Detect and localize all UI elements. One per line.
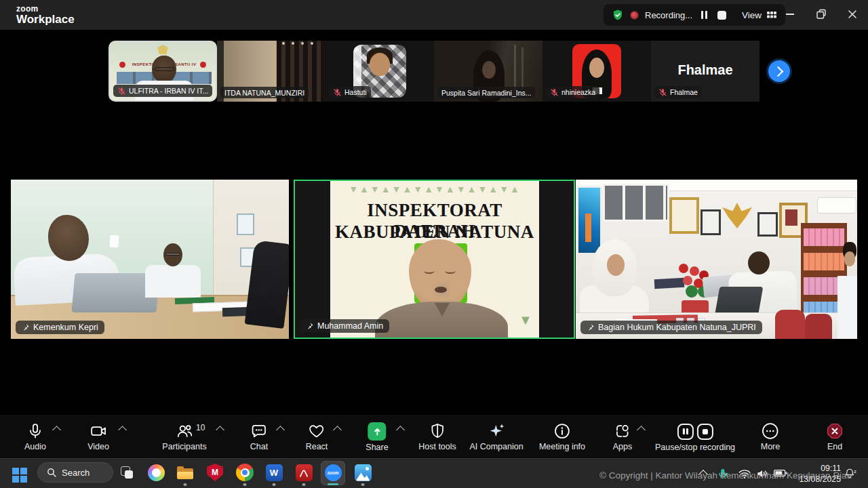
participant-name-label: Puspita Sari Ramadini_Ins... [437, 87, 535, 98]
camera-icon [90, 422, 107, 440]
workplace-logo: Workplace [16, 13, 75, 26]
share-screen-icon [368, 422, 386, 441]
pause-stop-recording-button[interactable]: Pause/stop recording [655, 422, 735, 452]
audio-menu-caret[interactable] [52, 426, 61, 434]
participants-menu-caret[interactable] [216, 426, 224, 434]
participant-name-label: Hastuti [329, 86, 371, 98]
closed-eye-right [445, 268, 456, 274]
running-indicator [184, 483, 187, 486]
minimize-button[interactable] [775, 0, 805, 28]
recording-pill: Recording... View [604, 4, 785, 26]
task-view-button[interactable] [117, 463, 136, 482]
apps-icon [614, 422, 631, 440]
video-button[interactable]: Video [87, 422, 109, 451]
ai-sparkle-icon [488, 422, 505, 440]
glasses [165, 253, 180, 256]
chat-menu-caret[interactable] [276, 426, 285, 434]
filmstrip-tile-puspita[interactable]: Puspita Sari Ramadini_Ins... [434, 41, 542, 102]
flower-bouquet [679, 264, 688, 273]
filmstrip-tile-ulfitra[interactable]: INSPEKTORAT PEMBANTU IV ULFITRA - IRBAN … [108, 41, 217, 102]
closed-eye-left [424, 268, 435, 274]
audio-button[interactable]: Audio [24, 422, 46, 451]
end-meeting-button[interactable]: End [826, 422, 844, 451]
react-menu-caret[interactable] [333, 426, 342, 434]
wall-art-detail [585, 214, 591, 242]
host-tools-button[interactable]: Host tools [418, 422, 456, 451]
stage-name-label: Kemenkum Kepri [16, 321, 104, 334]
glasses [155, 67, 174, 71]
mcafee-button[interactable]: M [205, 463, 224, 482]
face [482, 61, 496, 79]
stage-tile-kemenkum-kepri[interactable]: Kemenkum Kepri [11, 180, 289, 339]
ai-companion-button[interactable]: AI Companion [469, 422, 523, 451]
photos-button[interactable] [353, 463, 372, 482]
stage-tile-bagian-hukum[interactable]: Bagian Hukum Kabupaten Natuna_JUPRI [576, 180, 857, 339]
chat-button[interactable]: Chat [250, 422, 268, 451]
zoom-app-button[interactable]: zoom [323, 463, 342, 482]
mouth [435, 287, 447, 293]
zoom-app-icon: zoom [325, 464, 342, 481]
close-button[interactable] [837, 0, 867, 28]
filmstrip-tile-itda[interactable]: ITDA NATUNA_MUNZIRI [217, 41, 326, 102]
chrome-icon [236, 464, 254, 481]
filmstrip-tile-nhinieazka[interactable]: nhinieazka [542, 41, 651, 102]
stop-recording-button[interactable] [717, 11, 726, 20]
wall-frame-1 [237, 214, 254, 235]
file-explorer-button[interactable] [176, 463, 195, 482]
maximize-button[interactable] [806, 0, 836, 28]
react-button[interactable]: React [306, 422, 328, 451]
stage-tile-muhammad-amin[interactable]: ▼▲▼▲▼▲▼▲▼▲▼▲▼▲▼▲ INSPEKTORAT DAERAH KABU… [294, 180, 575, 339]
apps-button[interactable]: Apps [613, 422, 633, 451]
task-view-icon [121, 466, 134, 479]
start-button[interactable] [12, 468, 27, 483]
share-button[interactable]: Share [366, 422, 388, 452]
view-button[interactable]: View [742, 10, 777, 20]
mic-icon [26, 422, 44, 440]
close-icon [848, 9, 857, 19]
crest-graphic [157, 45, 168, 54]
photos-icon [355, 464, 372, 481]
heart-icon [308, 422, 326, 440]
running-indicator [243, 483, 247, 486]
apps-menu-caret[interactable] [637, 426, 646, 434]
chevron-right-icon [773, 66, 784, 77]
titlebar: zoom Workplace Recording... View [0, 0, 868, 30]
running-indicator [302, 483, 306, 486]
zoom-logo: zoom [16, 4, 39, 14]
taskbar-search[interactable]: Search [37, 462, 113, 483]
filmstrip-tile-hastuti[interactable]: Hastuti [326, 41, 434, 102]
stop-recording-icon[interactable] [696, 424, 713, 440]
word-button[interactable]: W [264, 463, 283, 482]
security-shield-icon [612, 8, 624, 22]
acrobat-button[interactable] [294, 463, 313, 482]
pause-recording-icon[interactable] [677, 424, 693, 440]
participant-name-label: Fhalmae [654, 86, 702, 98]
more-button[interactable]: More [761, 422, 780, 451]
pin-icon [22, 323, 30, 331]
mic-muted-icon [333, 88, 342, 97]
filmstrip-tile-fhalmae[interactable]: Fhalmae Fhalmae [651, 41, 760, 102]
chrome-button[interactable] [235, 463, 254, 482]
participants-count-badge: 10 [196, 423, 205, 432]
copyright-watermark: © Copyright | Kantor Wilayah Kemenkumham… [599, 470, 852, 481]
folders-row-1 [804, 228, 844, 246]
participant-name-label: nhinieazka [546, 86, 599, 98]
next-page-button[interactable] [768, 60, 790, 82]
window [603, 184, 669, 222]
restore-icon [814, 7, 829, 22]
more-ellipsis-icon [762, 422, 779, 440]
pin-icon [587, 323, 595, 331]
video-menu-caret[interactable] [118, 426, 127, 434]
end-icon [826, 422, 844, 440]
wall-art [577, 186, 601, 254]
copilot-button[interactable] [146, 463, 165, 482]
info-icon [553, 422, 571, 440]
corner-triangle-graphic: ▼ [519, 312, 532, 328]
portrait [785, 209, 797, 226]
participants-icon [176, 422, 193, 440]
curtain-hooks [282, 42, 285, 45]
pause-recording-button[interactable] [701, 11, 707, 19]
share-menu-caret[interactable] [396, 426, 405, 434]
meeting-info-button[interactable]: Meeting info [539, 422, 585, 451]
acrobat-icon [296, 464, 313, 481]
